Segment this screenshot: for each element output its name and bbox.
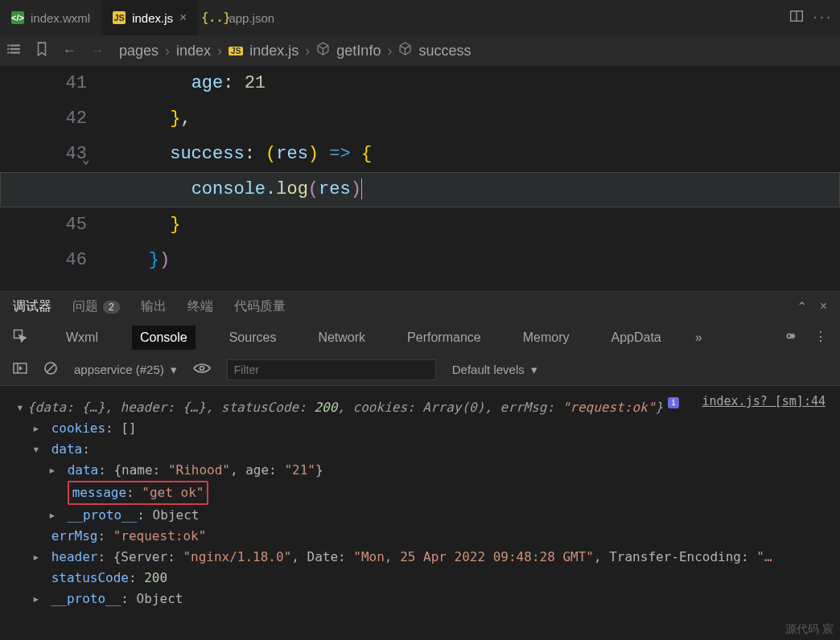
line-number: 45 <box>0 207 87 243</box>
breadcrumb-file[interactable]: index.js <box>249 43 299 59</box>
breadcrumb-segment[interactable]: index <box>176 43 211 59</box>
prop-value: [] <box>121 421 136 436</box>
nav-back-icon[interactable]: ← <box>63 43 76 59</box>
method-icon <box>316 42 330 59</box>
live-expression-icon[interactable] <box>193 363 211 376</box>
line-number: 46 <box>0 243 87 278</box>
context-label: appservice (#25) <box>74 363 164 376</box>
svg-rect-7 <box>10 51 20 53</box>
svg-rect-4 <box>7 47 9 49</box>
info-icon[interactable]: i <box>668 397 679 408</box>
console-toolbar: appservice (#25) ▾ Default levels ▾ <box>0 354 840 386</box>
prop-value: "request:ok" <box>113 528 207 544</box>
code-token: age <box>191 73 224 93</box>
tab-quality[interactable]: 代码质量 <box>234 298 286 315</box>
expand-arrow-icon[interactable]: ▾ <box>32 439 43 460</box>
tab-output[interactable]: 输出 <box>141 298 167 315</box>
code-token: res <box>319 179 351 199</box>
breadcrumb[interactable]: pages › index › JS index.js › getInfo › … <box>119 42 471 59</box>
close-icon[interactable]: × <box>820 299 827 314</box>
panel-tabs: 调试器 问题 2 输出 终端 代码质量 ⌃ × <box>0 291 840 322</box>
editor-toolbar: ← → pages › index › JS index.js › getInf… <box>0 35 840 66</box>
devtab-performance[interactable]: Performance <box>399 326 489 350</box>
devtab-network[interactable]: Network <box>310 326 373 350</box>
bookmark-icon[interactable] <box>35 42 48 60</box>
breadcrumb-fn[interactable]: success <box>418 43 471 59</box>
highlighted-row: message: "get ok" <box>68 481 209 505</box>
svg-rect-3 <box>10 44 20 46</box>
chevron-down-icon: ▾ <box>171 363 177 377</box>
line-number: 42 <box>0 101 87 137</box>
prop-key: cookies <box>51 421 105 436</box>
prop-value: "get ok" <box>142 485 204 500</box>
prop-key: header <box>51 549 98 564</box>
code-token: => <box>329 144 350 164</box>
context-selector[interactable]: appservice (#25) ▾ <box>74 363 177 377</box>
code-token: success <box>170 144 244 164</box>
expand-arrow-icon[interactable]: ▸ <box>48 505 60 526</box>
js-file-icon: JS <box>113 11 126 24</box>
devtab-memory[interactable]: Memory <box>515 326 578 350</box>
devtab-console[interactable]: Console <box>132 326 196 350</box>
expand-arrow-icon[interactable]: ▾ <box>16 397 27 418</box>
levels-label: Default levels <box>452 363 525 376</box>
split-editor-icon[interactable] <box>789 9 804 27</box>
devtab-wxml[interactable]: Wxml <box>58 326 106 350</box>
svg-rect-6 <box>7 51 9 53</box>
levels-selector[interactable]: Default levels ▾ <box>452 363 537 377</box>
kebab-menu-icon[interactable]: ⋮ <box>814 329 827 347</box>
line-number: 41 <box>0 66 87 101</box>
expand-arrow-icon[interactable]: ▸ <box>32 589 43 609</box>
code-token: } <box>170 215 180 235</box>
line-number: 43 <box>0 137 87 172</box>
clear-console-icon[interactable] <box>43 361 58 378</box>
devtab-appdata[interactable]: AppData <box>603 326 669 350</box>
gear-icon[interactable] <box>782 329 797 347</box>
expand-arrow-icon[interactable]: ▸ <box>32 418 43 439</box>
tab-label: 问题 <box>72 298 98 315</box>
console-output[interactable]: index.js? [sm]:44 ▾ {data: {…}, header: … <box>0 386 840 609</box>
code-token: } <box>170 109 180 129</box>
tab-label: index.js <box>132 11 173 25</box>
expand-arrow-icon[interactable]: ▸ <box>32 547 43 568</box>
tab-label: app.json <box>229 11 274 25</box>
list-icon[interactable] <box>6 42 21 60</box>
prop-key: data <box>68 462 99 478</box>
chevron-up-icon[interactable]: ⌃ <box>797 299 807 314</box>
close-icon[interactable]: × <box>179 11 187 24</box>
source-link[interactable]: index.js? [sm]:44 <box>702 391 826 412</box>
tab-index-wxml[interactable]: </> index.wxml <box>0 0 101 35</box>
tab-index-js[interactable]: JS index.js × <box>101 0 198 35</box>
code-editor[interactable]: 41 42 43 44 45 46 ⌄ age: 21 }, success: … <box>0 66 840 291</box>
inspect-element-icon[interactable] <box>13 329 27 347</box>
prop-key: message <box>72 485 126 500</box>
json-file-icon: {..} <box>209 11 222 24</box>
prop-value: Object <box>153 507 200 523</box>
tab-terminal[interactable]: 终端 <box>187 298 213 315</box>
toggle-sidebar-icon[interactable] <box>13 362 27 377</box>
prop-value: {name: <box>113 462 167 478</box>
tab-app-json[interactable]: {..} app.json <box>198 0 286 35</box>
prop-value: 200 <box>144 570 167 585</box>
breadcrumb-segment[interactable]: pages <box>119 43 159 59</box>
svg-line-12 <box>47 364 55 372</box>
method-icon <box>398 42 412 59</box>
watermark: 源代码 宸 <box>785 622 834 637</box>
devtab-sources[interactable]: Sources <box>221 326 285 350</box>
tab-debugger[interactable]: 调试器 <box>13 298 51 315</box>
more-tabs-icon[interactable]: » <box>695 330 702 345</box>
breadcrumb-fn[interactable]: getInfo <box>336 43 381 59</box>
prop-key: __proto__ <box>51 591 121 606</box>
code-token: console <box>191 179 266 199</box>
tab-issues[interactable]: 问题 2 <box>72 298 120 315</box>
filter-input[interactable] <box>227 359 436 380</box>
nav-forward-icon[interactable]: → <box>91 43 105 59</box>
tabs-actions: ··· <box>781 0 840 35</box>
expand-arrow-icon[interactable]: ▸ <box>48 460 60 481</box>
code-area[interactable]: age: 21 }, success: (res) => { console.l… <box>106 66 840 291</box>
prop-key: errMsg <box>51 528 98 544</box>
code-token: res <box>276 144 308 164</box>
object-summary: {data: {…}, header: {…}, statusCode: 200… <box>27 397 663 418</box>
issues-count-badge: 2 <box>103 301 120 314</box>
more-icon[interactable]: ··· <box>812 11 832 24</box>
